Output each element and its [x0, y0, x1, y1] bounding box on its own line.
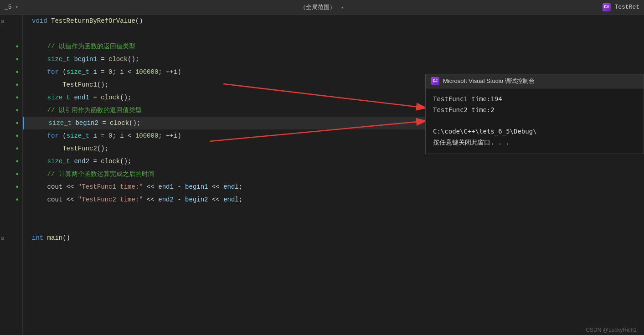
code-line: cout << "TestFunc2 time:" << end2 - begi…	[23, 193, 644, 206]
collapse-icon[interactable]: ⊟	[1, 18, 4, 24]
punctuation: ()	[62, 234, 70, 242]
operator: ++	[166, 132, 174, 139]
variable: i	[174, 68, 177, 76]
gutter-line: ●	[0, 168, 22, 180]
line-numbers: ⊟ ● ● ● ● ● ● ● ● ● ● ● ● ● ⊟	[0, 15, 23, 335]
gutter-line: ●	[0, 78, 22, 91]
punctuation: ;	[239, 183, 242, 191]
operator: -	[174, 183, 185, 191]
output-line-2: TestFunc2 time:2	[433, 105, 636, 116]
output-line-4: 按任意键关闭此窗口. . .	[433, 137, 636, 148]
top-bar-right: C# TestRet	[428, 3, 639, 11]
function-name: main	[47, 234, 63, 242]
type: size_t	[32, 94, 74, 101]
output-content: TestFunc1 time:194 TestFunc2 time:2 C:\c…	[426, 88, 644, 154]
code-line	[23, 219, 644, 232]
top-bar: _5 ▾ （全局范围） ▾ C# TestRet	[0, 0, 644, 15]
variable: end1	[158, 183, 174, 191]
operator: =	[97, 56, 108, 63]
variable: i	[120, 68, 124, 76]
operator: <	[124, 68, 135, 76]
operator: <<	[208, 183, 224, 191]
variable: i	[174, 132, 177, 139]
scope-dropdown-arrow[interactable]: ▾	[341, 5, 344, 10]
operator: <<	[143, 183, 159, 191]
vs-output-icon: C#	[431, 77, 439, 85]
comment: // 计算两个函数运算完成之后的时间	[32, 170, 155, 178]
type: size_t	[32, 158, 74, 165]
punctuation: ();	[120, 94, 131, 101]
keyword: void	[32, 17, 51, 25]
output-header-title: Microsoft Visual Studio 调试控制台	[443, 77, 535, 85]
gutter-line: ●	[0, 91, 22, 104]
punctuation: ;	[112, 68, 120, 76]
punctuation: ()	[135, 17, 143, 25]
code-line: void TestReturnByRefOrValue()	[23, 15, 644, 27]
operator: =	[97, 132, 108, 139]
gutter-line: ●	[0, 142, 22, 155]
operator: <<	[67, 183, 78, 191]
operator: =	[97, 68, 108, 76]
variable: endl	[223, 196, 239, 203]
gutter-line: ●	[0, 66, 22, 78]
code-line: size_t begin1 = clock();	[23, 53, 644, 66]
variable: end2	[158, 196, 174, 203]
number: 0	[108, 68, 112, 76]
variable: i	[120, 132, 124, 139]
operator: -	[174, 196, 185, 203]
top-bar-left: _5 ▾	[5, 4, 216, 10]
variable: endl	[223, 183, 239, 191]
gutter-line: ●	[0, 40, 22, 53]
gutter-line	[0, 27, 22, 40]
punctuation: ();	[128, 56, 139, 63]
gutter-line: ●	[0, 193, 22, 206]
identifier: cout	[32, 196, 67, 203]
type: size_t	[33, 119, 75, 127]
punctuation: ();	[97, 81, 108, 88]
type: size_t	[32, 56, 74, 63]
string: "TestFunc1 time:"	[78, 183, 143, 191]
variable: begin2	[75, 119, 98, 127]
watermark: CSDN @LuckyRich1	[578, 325, 644, 335]
code-line	[23, 27, 644, 40]
variable: begin2	[185, 196, 208, 203]
punctuation: ;	[112, 132, 120, 139]
function-call: TestFunc2	[32, 145, 97, 152]
operator: <<	[208, 196, 224, 203]
operator: =	[89, 158, 101, 165]
editor-container: ⊟ ● ● ● ● ● ● ● ● ● ● ● ● ● ⊟ void TestR…	[0, 15, 644, 335]
variable: end2	[74, 158, 89, 165]
variable: end1	[74, 94, 89, 101]
gutter-line: ⊟	[0, 232, 22, 244]
gutter-line: ●	[0, 117, 22, 129]
gutter-line: ●	[0, 180, 22, 193]
variable: begin1	[74, 56, 97, 63]
operator: ++	[166, 68, 174, 76]
gutter-line	[0, 219, 22, 232]
gutter-line: ●	[0, 53, 22, 66]
punctuation: ;	[158, 132, 166, 139]
watermark-text: CSDN @LuckyRich1	[586, 327, 637, 333]
variable: i	[93, 132, 97, 139]
punctuation: )	[177, 132, 181, 139]
output-line-3: C:\code\C++\tets_6_5\Debug\	[433, 126, 636, 137]
operator: <<	[143, 196, 159, 203]
punctuation: ();	[129, 119, 140, 127]
operator: =	[89, 94, 101, 101]
code-line: int main()	[23, 232, 644, 244]
collapse-icon[interactable]: ⊟	[1, 235, 4, 241]
code-line: size_t end2 = clock();	[23, 155, 644, 168]
punctuation: (	[62, 68, 66, 76]
type: size_t	[67, 132, 93, 139]
number: 100000	[135, 68, 158, 76]
file-dropdown-arrow[interactable]: ▾	[15, 4, 19, 10]
number: 0	[108, 132, 112, 139]
code-area[interactable]: void TestReturnByRefOrValue() // 以值作为函数的…	[23, 15, 644, 335]
gutter-line: ⊟	[0, 15, 22, 27]
keyword: int	[32, 234, 47, 242]
punctuation: ();	[120, 158, 131, 165]
variable: begin1	[185, 183, 208, 191]
punctuation: (	[62, 132, 66, 139]
operator: <	[124, 132, 135, 139]
scope-title: （全局范围）	[300, 4, 335, 10]
